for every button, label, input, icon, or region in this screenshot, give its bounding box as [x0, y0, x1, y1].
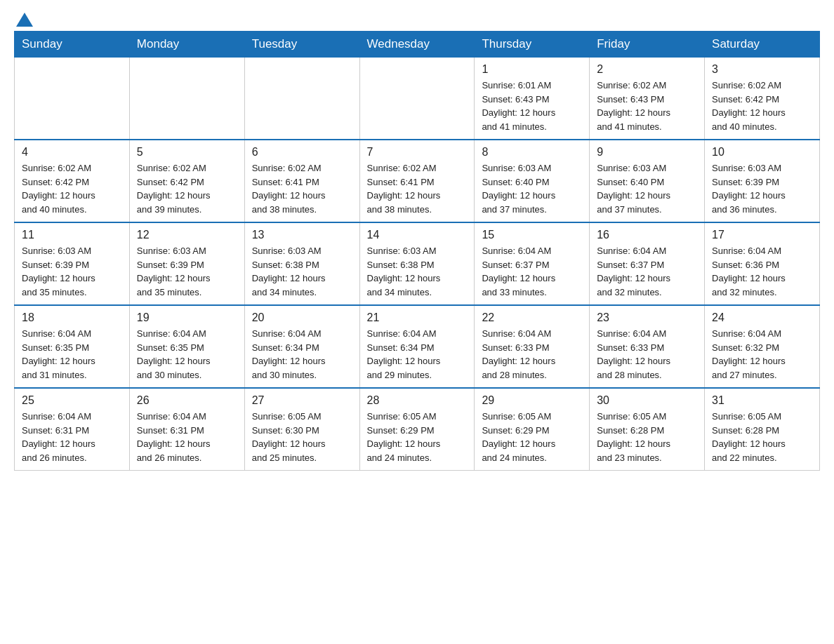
- day-info: Sunrise: 6:02 AM Sunset: 6:41 PM Dayligh…: [367, 161, 468, 216]
- weekday-header-wednesday: Wednesday: [359, 32, 475, 58]
- calendar-cell: 15Sunrise: 6:04 AM Sunset: 6:37 PM Dayli…: [475, 222, 590, 305]
- day-info: Sunrise: 6:02 AM Sunset: 6:41 PM Dayligh…: [252, 161, 352, 216]
- day-info: Sunrise: 6:03 AM Sunset: 6:39 PM Dayligh…: [22, 244, 122, 299]
- day-number: 25: [22, 394, 122, 407]
- weekday-header-thursday: Thursday: [475, 32, 590, 58]
- day-info: Sunrise: 6:03 AM Sunset: 6:38 PM Dayligh…: [367, 244, 468, 299]
- day-info: Sunrise: 6:04 AM Sunset: 6:33 PM Dayligh…: [597, 327, 697, 382]
- day-info: Sunrise: 6:03 AM Sunset: 6:39 PM Dayligh…: [712, 161, 812, 216]
- calendar-cell: [359, 58, 475, 140]
- weekday-header-sunday: Sunday: [15, 32, 130, 58]
- day-info: Sunrise: 6:05 AM Sunset: 6:30 PM Dayligh…: [252, 410, 352, 464]
- day-info: Sunrise: 6:02 AM Sunset: 6:42 PM Dayligh…: [22, 161, 122, 216]
- logo-triangle-icon: [16, 13, 33, 27]
- calendar-cell: 3Sunrise: 6:02 AM Sunset: 6:42 PM Daylig…: [705, 58, 820, 140]
- calendar-cell: 4Sunrise: 6:02 AM Sunset: 6:42 PM Daylig…: [15, 140, 130, 222]
- day-number: 24: [712, 311, 812, 324]
- day-number: 27: [252, 394, 352, 407]
- day-number: 28: [367, 394, 468, 407]
- day-number: 22: [482, 311, 582, 324]
- calendar-week-row: 1Sunrise: 6:01 AM Sunset: 6:43 PM Daylig…: [15, 58, 820, 140]
- day-number: 13: [252, 229, 352, 241]
- day-info: Sunrise: 6:03 AM Sunset: 6:39 PM Dayligh…: [137, 244, 237, 299]
- calendar-cell: 14Sunrise: 6:03 AM Sunset: 6:38 PM Dayli…: [359, 222, 475, 305]
- day-info: Sunrise: 6:04 AM Sunset: 6:34 PM Dayligh…: [367, 327, 468, 382]
- calendar-cell: 25Sunrise: 6:04 AM Sunset: 6:31 PM Dayli…: [15, 388, 130, 471]
- calendar-cell: 17Sunrise: 6:04 AM Sunset: 6:36 PM Dayli…: [705, 222, 820, 305]
- calendar-cell: 18Sunrise: 6:04 AM Sunset: 6:35 PM Dayli…: [15, 305, 130, 388]
- calendar-cell: 12Sunrise: 6:03 AM Sunset: 6:39 PM Dayli…: [129, 222, 244, 305]
- day-info: Sunrise: 6:05 AM Sunset: 6:29 PM Dayligh…: [367, 410, 468, 464]
- day-number: 6: [252, 146, 352, 159]
- day-number: 20: [252, 311, 352, 324]
- day-info: Sunrise: 6:05 AM Sunset: 6:28 PM Dayligh…: [712, 410, 812, 464]
- day-number: 7: [367, 146, 468, 159]
- day-info: Sunrise: 6:05 AM Sunset: 6:28 PM Dayligh…: [597, 410, 697, 464]
- calendar-cell: 11Sunrise: 6:03 AM Sunset: 6:39 PM Dayli…: [15, 222, 130, 305]
- calendar-cell: 24Sunrise: 6:04 AM Sunset: 6:32 PM Dayli…: [705, 305, 820, 388]
- day-number: 29: [482, 394, 582, 407]
- day-number: 26: [137, 394, 237, 407]
- day-number: 11: [22, 229, 122, 241]
- day-number: 23: [597, 311, 697, 324]
- weekday-header-monday: Monday: [129, 32, 244, 58]
- day-info: Sunrise: 6:04 AM Sunset: 6:34 PM Dayligh…: [252, 327, 352, 382]
- calendar-cell: 23Sunrise: 6:04 AM Sunset: 6:33 PM Dayli…: [590, 305, 705, 388]
- calendar-cell: 26Sunrise: 6:04 AM Sunset: 6:31 PM Dayli…: [129, 388, 244, 471]
- calendar-cell: 10Sunrise: 6:03 AM Sunset: 6:39 PM Dayli…: [705, 140, 820, 222]
- day-info: Sunrise: 6:01 AM Sunset: 6:43 PM Dayligh…: [482, 79, 582, 133]
- day-info: Sunrise: 6:04 AM Sunset: 6:33 PM Dayligh…: [482, 327, 582, 382]
- day-number: 4: [22, 146, 122, 159]
- calendar-cell: [244, 58, 359, 140]
- day-number: 1: [482, 63, 582, 76]
- calendar-cell: [129, 58, 244, 140]
- calendar-cell: [15, 58, 130, 140]
- day-info: Sunrise: 6:04 AM Sunset: 6:36 PM Dayligh…: [712, 244, 812, 299]
- calendar-week-row: 25Sunrise: 6:04 AM Sunset: 6:31 PM Dayli…: [15, 388, 820, 471]
- calendar-cell: 22Sunrise: 6:04 AM Sunset: 6:33 PM Dayli…: [475, 305, 590, 388]
- day-number: 19: [137, 311, 237, 324]
- calendar-cell: 2Sunrise: 6:02 AM Sunset: 6:43 PM Daylig…: [590, 58, 705, 140]
- calendar-table: SundayMondayTuesdayWednesdayThursdayFrid…: [14, 31, 820, 471]
- day-number: 12: [137, 229, 237, 241]
- day-number: 10: [712, 146, 812, 159]
- calendar-week-row: 18Sunrise: 6:04 AM Sunset: 6:35 PM Dayli…: [15, 305, 820, 388]
- day-info: Sunrise: 6:03 AM Sunset: 6:38 PM Dayligh…: [252, 244, 352, 299]
- weekday-header-tuesday: Tuesday: [244, 32, 359, 58]
- day-info: Sunrise: 6:02 AM Sunset: 6:42 PM Dayligh…: [712, 79, 812, 133]
- day-number: 15: [482, 229, 582, 241]
- day-number: 14: [367, 229, 468, 241]
- calendar-week-row: 4Sunrise: 6:02 AM Sunset: 6:42 PM Daylig…: [15, 140, 820, 222]
- day-info: Sunrise: 6:03 AM Sunset: 6:40 PM Dayligh…: [597, 161, 697, 216]
- calendar-cell: 20Sunrise: 6:04 AM Sunset: 6:34 PM Dayli…: [244, 305, 359, 388]
- day-info: Sunrise: 6:04 AM Sunset: 6:35 PM Dayligh…: [22, 327, 122, 382]
- logo: [14, 14, 33, 24]
- calendar-week-row: 11Sunrise: 6:03 AM Sunset: 6:39 PM Dayli…: [15, 222, 820, 305]
- day-info: Sunrise: 6:02 AM Sunset: 6:42 PM Dayligh…: [137, 161, 237, 216]
- day-info: Sunrise: 6:04 AM Sunset: 6:32 PM Dayligh…: [712, 327, 812, 382]
- calendar-cell: 6Sunrise: 6:02 AM Sunset: 6:41 PM Daylig…: [244, 140, 359, 222]
- day-info: Sunrise: 6:04 AM Sunset: 6:37 PM Dayligh…: [597, 244, 697, 299]
- calendar-cell: 5Sunrise: 6:02 AM Sunset: 6:42 PM Daylig…: [129, 140, 244, 222]
- calendar-cell: 27Sunrise: 6:05 AM Sunset: 6:30 PM Dayli…: [244, 388, 359, 471]
- day-number: 18: [22, 311, 122, 324]
- day-info: Sunrise: 6:04 AM Sunset: 6:31 PM Dayligh…: [137, 410, 237, 464]
- calendar-header-row: SundayMondayTuesdayWednesdayThursdayFrid…: [15, 32, 820, 58]
- calendar-cell: 7Sunrise: 6:02 AM Sunset: 6:41 PM Daylig…: [359, 140, 475, 222]
- day-info: Sunrise: 6:04 AM Sunset: 6:35 PM Dayligh…: [137, 327, 237, 382]
- calendar-cell: 29Sunrise: 6:05 AM Sunset: 6:29 PM Dayli…: [475, 388, 590, 471]
- day-number: 9: [597, 146, 697, 159]
- day-number: 21: [367, 311, 468, 324]
- calendar-cell: 21Sunrise: 6:04 AM Sunset: 6:34 PM Dayli…: [359, 305, 475, 388]
- day-number: 3: [712, 63, 812, 76]
- day-number: 8: [482, 146, 582, 159]
- calendar-cell: 13Sunrise: 6:03 AM Sunset: 6:38 PM Dayli…: [244, 222, 359, 305]
- calendar-cell: 1Sunrise: 6:01 AM Sunset: 6:43 PM Daylig…: [475, 58, 590, 140]
- calendar-cell: 9Sunrise: 6:03 AM Sunset: 6:40 PM Daylig…: [590, 140, 705, 222]
- calendar-cell: 19Sunrise: 6:04 AM Sunset: 6:35 PM Dayli…: [129, 305, 244, 388]
- day-number: 31: [712, 394, 812, 407]
- day-info: Sunrise: 6:02 AM Sunset: 6:43 PM Dayligh…: [597, 79, 697, 133]
- day-number: 30: [597, 394, 697, 407]
- day-info: Sunrise: 6:04 AM Sunset: 6:31 PM Dayligh…: [22, 410, 122, 464]
- day-number: 17: [712, 229, 812, 241]
